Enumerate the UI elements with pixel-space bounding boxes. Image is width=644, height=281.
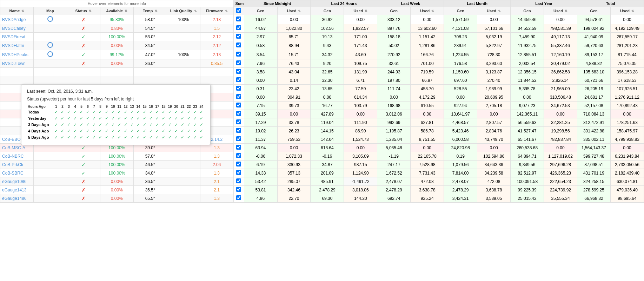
row-name-link[interactable]: BVSDAridge: [2, 17, 26, 22]
status-check-icon: ✓: [105, 122, 108, 127]
row-checkbox[interactable]: [236, 60, 241, 65]
col-header-24h-used[interactable]: Used ⇅: [344, 7, 377, 15]
used-value: 166.76: [411, 50, 444, 59]
gen-value: 65,141.67: [511, 135, 544, 144]
col-header-firmware[interactable]: Firmware ⇅: [200, 7, 233, 15]
tooltip-row-label: Today: [27, 109, 53, 115]
status-check-icon: ✓: [105, 135, 108, 140]
row-name-link[interactable]: eGauge1486: [2, 196, 26, 201]
gen-value: 6,000.58: [444, 135, 477, 144]
select-all-checkbox[interactable]: [236, 8, 241, 13]
col-header-map[interactable]: Map: [33, 7, 67, 15]
row-name-link[interactable]: CoB-EBCC: [2, 137, 24, 142]
available-value: 100.00%: [100, 161, 133, 169]
status-check-icon: ✓: [73, 129, 77, 133]
col-header-sm-used[interactable]: Used ⇅: [277, 7, 311, 15]
status-check-icon: ✓: [118, 129, 121, 133]
row-checkbox[interactable]: [236, 153, 241, 158]
row-name-link[interactable]: eGauge1086: [2, 179, 26, 184]
used-value: 6,231,943.84: [610, 152, 644, 161]
row-checkbox[interactable]: [236, 17, 241, 21]
hour-label: 15: [141, 104, 148, 109]
row-name-link[interactable]: BVSDJTown: [2, 61, 26, 66]
used-value: 22.70: [277, 194, 311, 203]
used-value: 178,251.63: [610, 118, 644, 127]
row-name-link[interactable]: BVSDFiresd: [2, 34, 25, 39]
last-24h-header: Last 24 Hours: [311, 0, 377, 7]
status-check-icon: ✓: [73, 135, 77, 140]
gen-value: 3.54: [244, 50, 277, 59]
row-checkbox[interactable]: [236, 187, 241, 192]
used-value: 267,559.17: [610, 33, 644, 41]
row-name-link[interactable]: CoB-NBRC: [2, 154, 24, 159]
row-checkbox[interactable]: [236, 178, 241, 183]
status-check-icon: ✓: [118, 116, 121, 121]
row-name-link[interactable]: CoB-MSC-A: [2, 145, 25, 150]
col-header-status[interactable]: Status ⇅: [67, 7, 100, 15]
used-value: 4,192,129.49: [610, 24, 644, 33]
row-checkbox[interactable]: [236, 136, 241, 141]
col-header-linkquality[interactable]: Link Quality ⇅: [167, 7, 200, 15]
row-checkbox[interactable]: [236, 34, 241, 39]
row-checkbox[interactable]: [236, 119, 241, 124]
row-checkbox[interactable]: [236, 128, 241, 133]
row-checkbox[interactable]: [236, 103, 241, 107]
used-value: 2,807.57: [477, 118, 511, 127]
row-checkbox[interactable]: [236, 69, 241, 74]
col-header-temp[interactable]: Temp ⇅: [133, 7, 167, 15]
used-value: 30,479.02: [544, 59, 577, 68]
row-name-link[interactable]: BVSDFlatm: [2, 43, 24, 48]
row-checkbox[interactable]: [236, 111, 241, 116]
col-header-tot-used[interactable]: Used ⇅: [610, 7, 644, 15]
status-tooltip: Last seen: Oct. 20, 2016, 3:31 a.m. Stat…: [21, 84, 211, 145]
col-header-available[interactable]: Available ⇅: [100, 7, 133, 15]
row-checkbox[interactable]: [236, 25, 241, 30]
col-header-yr-gen[interactable]: Gen: [511, 7, 544, 15]
row-name-link[interactable]: BVSDHPeaks: [2, 52, 28, 57]
used-value: 798,531.39: [544, 24, 577, 33]
col-header-wk-used[interactable]: Used ⇅: [411, 7, 444, 15]
row-name-link[interactable]: BVSDCasey: [2, 26, 26, 31]
row-name-link[interactable]: eGauge1413: [2, 188, 26, 192]
row-checkbox[interactable]: [236, 170, 241, 175]
row-checkbox[interactable]: [236, 195, 241, 200]
gen-value: 94,578.61: [577, 15, 610, 24]
col-header-mo-used[interactable]: Used ⇅: [477, 7, 511, 15]
hour-label: 3: [66, 104, 72, 109]
row-checkbox[interactable]: [236, 86, 241, 91]
col-header-tot-gen[interactable]: Gen: [577, 7, 610, 15]
col-header-mo-gen[interactable]: Gen: [444, 7, 477, 15]
used-value: 1,281.86: [411, 41, 444, 50]
row-checkbox[interactable]: [236, 162, 241, 166]
status-check-icon: ✓: [168, 135, 172, 140]
col-header-24h-gen[interactable]: Gen: [311, 7, 344, 15]
hour-label: 11: [116, 104, 122, 109]
hour-label: 23: [192, 104, 198, 109]
row-checkbox[interactable]: [236, 77, 241, 82]
gen-value: 427.89: [311, 110, 344, 118]
row-name-link[interactable]: CoB-PrkCtr: [2, 162, 24, 167]
status-check-icon: ✓: [124, 129, 127, 133]
col-header-name[interactable]: Name ⇅: [0, 7, 34, 15]
status-check-icon: ✓: [130, 116, 134, 121]
row-checkbox[interactable]: [236, 43, 241, 47]
gen-value: 1,150.60: [444, 68, 477, 76]
row-checkbox[interactable]: [236, 52, 241, 57]
status-check-icon: ✓: [143, 116, 146, 121]
status-check-icon: ✓: [162, 135, 165, 140]
row-checkbox[interactable]: [236, 94, 241, 99]
status-check-icon: ✓: [80, 110, 83, 115]
status-check-icon: ✓: [143, 135, 146, 140]
gen-value: 34.87: [311, 161, 344, 169]
col-header-yr-used[interactable]: Used ⇅: [544, 7, 577, 15]
sort-fw-icon: ⇅: [225, 9, 228, 13]
col-header-wk-gen[interactable]: Gen: [377, 7, 411, 15]
row-checkbox[interactable]: [236, 145, 241, 150]
status-check-icon: ✓: [200, 129, 203, 133]
col-header-sm-gen[interactable]: Gen: [244, 7, 277, 15]
gen-value: 0.19: [444, 152, 477, 161]
hour-label: 4: [72, 104, 78, 109]
status-check-icon: ✓: [92, 135, 96, 140]
col-header-check[interactable]: [233, 7, 244, 15]
row-name-link[interactable]: CoB-SBRC: [2, 171, 24, 176]
